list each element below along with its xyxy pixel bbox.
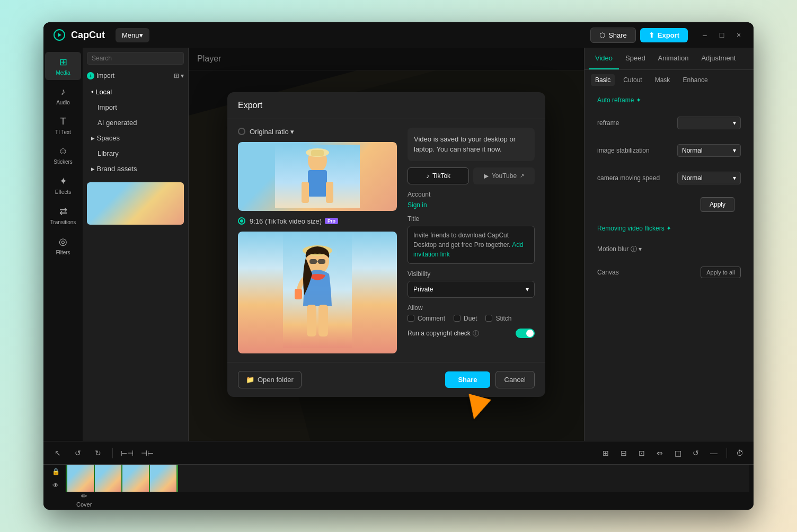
subtab-mask[interactable]: Mask xyxy=(651,74,675,86)
thumbnail-image xyxy=(87,182,184,225)
youtube-icon: ▶ xyxy=(484,172,489,180)
timeline-icon-3[interactable]: ⊡ xyxy=(634,446,649,460)
reframe-select[interactable]: ▾ xyxy=(677,117,741,129)
original-ratio-option[interactable]: Original ratio ▾ xyxy=(238,128,397,136)
media-nav-local[interactable]: • Local xyxy=(87,85,184,99)
tab-speed[interactable]: Speed xyxy=(619,48,652,69)
apply-button[interactable]: Apply xyxy=(701,197,734,212)
export-button[interactable]: ⬆ Export xyxy=(640,28,688,42)
timeline-clock[interactable]: ⏱ xyxy=(732,446,747,460)
duet-checkbox[interactable]: Duet xyxy=(454,315,477,322)
copyright-row: Run a copyright check i xyxy=(408,329,535,338)
timeline-icon-7[interactable]: — xyxy=(706,446,721,460)
minimize-button[interactable]: – xyxy=(698,29,711,41)
redo-button[interactable]: ↻ xyxy=(90,445,106,461)
stitch-checkbox-box xyxy=(485,315,492,322)
original-ratio-radio[interactable] xyxy=(238,128,245,135)
stitch-checkbox[interactable]: Stitch xyxy=(485,315,511,322)
sidebar-item-stickers[interactable]: ☺ Stickers xyxy=(45,141,81,169)
trim-tool[interactable]: ⊣⊢ xyxy=(139,445,155,461)
title-input[interactable]: Invite friends to download CapCut Deskto… xyxy=(408,226,535,264)
media-thumbnail[interactable] xyxy=(87,182,184,225)
cover-label: Cover xyxy=(76,501,92,508)
maximize-button[interactable]: □ xyxy=(715,29,728,41)
text-icon: T xyxy=(60,116,66,127)
sidebar-item-text[interactable]: T TI Text xyxy=(45,112,81,139)
visibility-group: Visibility Private ▾ xyxy=(408,270,535,298)
right-panel-content: Auto reframe ✦ reframe ▾ image stabiliza… xyxy=(585,86,754,289)
search-input[interactable] xyxy=(87,52,184,65)
track-eye-icon[interactable]: 👁 xyxy=(50,480,61,491)
allow-label: Allow xyxy=(408,304,535,312)
export-dialog-overlay: Export Original ratio ▾ xyxy=(189,48,584,441)
audio-icon: ♪ xyxy=(61,86,66,97)
effects-icon: ✦ xyxy=(59,175,67,187)
video-clip[interactable] xyxy=(66,465,178,492)
media-nav-ai[interactable]: AI generated xyxy=(87,116,184,130)
visibility-label: Visibility xyxy=(408,270,535,278)
sidebar-item-label-media: Media xyxy=(56,70,70,76)
tiktok-ratio-label: 9:16 (TikTok video size) Pro xyxy=(250,217,338,225)
track-lock-icon[interactable]: 🔒 xyxy=(50,466,61,477)
sign-in-link[interactable]: Sign in xyxy=(408,201,535,209)
media-nav-brand-assets[interactable]: ▸ Brand assets xyxy=(87,162,184,176)
menu-button[interactable]: Menu▾ xyxy=(116,28,149,42)
chevron-down-icon: ▾ xyxy=(733,174,736,182)
close-button[interactable]: × xyxy=(732,29,745,41)
tab-adjustment[interactable]: Adjustment xyxy=(695,48,742,69)
grid-view-button[interactable]: ⊞ ▾ xyxy=(174,72,184,79)
camera-speed-row: camera moving speed Normal ▾ xyxy=(591,167,747,189)
camera-speed-select[interactable]: Normal ▾ xyxy=(677,172,741,184)
undo-button[interactable]: ↺ xyxy=(70,445,86,461)
select-tool[interactable]: ↖ xyxy=(50,445,66,461)
timeline-icon-4[interactable]: ⇔ xyxy=(652,446,667,460)
allow-group: Allow Comment Duet xyxy=(408,304,535,322)
preview-portrait xyxy=(238,232,397,353)
dialog-cancel-button[interactable]: Cancel xyxy=(495,371,535,388)
tiktok-ratio-option[interactable]: 9:16 (TikTok video size) Pro xyxy=(238,217,397,225)
timeline-icon-1[interactable]: ⊞ xyxy=(598,446,613,460)
sidebar-item-label-effects: Effects xyxy=(55,189,71,195)
comment-checkbox[interactable]: Comment xyxy=(408,315,445,322)
image-stabilization-select[interactable]: Normal ▾ xyxy=(677,144,741,157)
arrow-cursor xyxy=(465,396,489,420)
svg-rect-15 xyxy=(307,305,316,336)
timeline-icon-2[interactable]: ⊟ xyxy=(616,446,631,460)
sidebar-item-effects[interactable]: ✦ Effects xyxy=(45,171,81,199)
apply-to-all-button[interactable]: Apply to all xyxy=(701,267,741,278)
dialog-share-button[interactable]: Share xyxy=(445,371,490,388)
timeline-icon-6[interactable]: ↺ xyxy=(688,446,703,460)
tiktok-tab[interactable]: ♪ TikTok xyxy=(408,167,469,184)
subtab-cutout[interactable]: Cutout xyxy=(619,74,646,86)
tiktok-ratio-radio[interactable] xyxy=(238,217,245,225)
dialog-right: Video is saved to your desktop or laptop… xyxy=(408,128,535,353)
left-sidebar: ⊞ Media ♪ Audio T TI Text ☺ Stickers ✦ E… xyxy=(43,48,83,441)
title-group: Title Invite friends to download CapCut … xyxy=(408,215,535,264)
timeline-icon-5[interactable]: ◫ xyxy=(670,446,685,460)
media-nav-import[interactable]: Import xyxy=(87,100,184,114)
tiktok-icon: ♪ xyxy=(426,172,429,180)
media-nav-spaces[interactable]: ▸ Spaces xyxy=(87,131,184,145)
sidebar-item-label-audio: Audio xyxy=(56,100,70,105)
split-tool[interactable]: ⊢⊣ xyxy=(119,445,135,461)
cover-icon: ✏ xyxy=(81,492,87,500)
subtab-basic[interactable]: Basic xyxy=(591,74,615,86)
sidebar-item-transitions[interactable]: ⇄ Transitions xyxy=(45,201,81,229)
media-nav-library[interactable]: Library xyxy=(87,146,184,161)
share-button[interactable]: ⬡ Share xyxy=(590,28,636,43)
sidebar-item-filters[interactable]: ◎ Filters xyxy=(45,232,81,260)
orange-arrow xyxy=(463,394,491,422)
sidebar-item-media[interactable]: ⊞ Media xyxy=(45,52,81,80)
youtube-tab[interactable]: ▶ YouTube ↗ xyxy=(473,167,535,184)
copyright-toggle[interactable] xyxy=(516,329,535,338)
sidebar-item-audio[interactable]: ♪ Audio xyxy=(45,82,81,110)
open-folder-button[interactable]: 📁 Open folder xyxy=(238,371,302,388)
tab-video[interactable]: Video xyxy=(589,48,619,69)
tab-animation[interactable]: Animation xyxy=(652,48,695,69)
reframe-label: reframe xyxy=(597,119,619,127)
subtab-enhance[interactable]: Enhance xyxy=(678,74,712,86)
original-ratio-label: Original ratio ▾ xyxy=(250,128,294,136)
import-button[interactable]: + Import xyxy=(87,72,114,79)
visibility-select[interactable]: Private ▾ xyxy=(408,281,535,298)
copyright-info-icon: i xyxy=(473,330,479,336)
